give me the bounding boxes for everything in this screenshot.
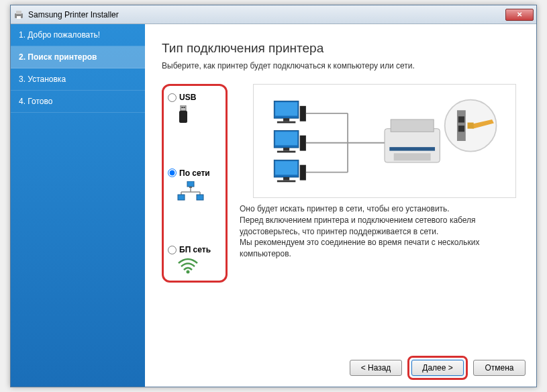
svg-rect-37 xyxy=(391,119,434,132)
radio-wireless[interactable] xyxy=(168,246,177,254)
svg-rect-30 xyxy=(300,165,306,181)
svg-rect-23 xyxy=(283,148,289,151)
network-icon xyxy=(177,181,204,201)
sidebar: 1. Добро пожаловать! 2. Поиск принтеров … xyxy=(11,24,145,387)
label-network: По сети xyxy=(179,168,210,178)
svg-rect-27 xyxy=(275,161,297,175)
svg-rect-29 xyxy=(277,181,295,183)
radio-usb[interactable] xyxy=(168,93,177,102)
wifi-icon xyxy=(177,258,199,274)
usb-icon xyxy=(177,105,189,124)
option-wireless[interactable]: БП сеть xyxy=(168,245,221,274)
svg-rect-38 xyxy=(389,147,435,150)
content: 1. Добро пожаловать! 2. Поиск принтеров … xyxy=(11,24,536,387)
page-subtitle: Выберите, как принтер будет подключаться… xyxy=(162,61,516,70)
connection-options: USB По сети БП сеть xyxy=(162,84,228,283)
svg-rect-22 xyxy=(275,132,297,145)
svg-rect-18 xyxy=(283,118,289,121)
svg-rect-5 xyxy=(182,107,183,108)
page-title: Тип подключения принтера xyxy=(162,41,516,56)
sidebar-step-done: 4. Готово xyxy=(11,91,145,113)
next-highlight: Далее > xyxy=(407,356,468,380)
label-wireless: БП сеть xyxy=(179,245,211,254)
button-bar: < Назад Далее > Отмена xyxy=(350,356,526,380)
svg-rect-7 xyxy=(187,181,194,187)
sidebar-step-search: 2. Поиск принтеров xyxy=(11,46,145,68)
label-usb: USB xyxy=(179,93,196,102)
cancel-button[interactable]: Отмена xyxy=(473,360,526,376)
svg-rect-42 xyxy=(458,116,464,122)
svg-rect-8 xyxy=(189,187,192,188)
svg-rect-6 xyxy=(184,107,185,108)
option-usb[interactable]: USB xyxy=(168,93,221,124)
window-title: Samsung Printer Installer xyxy=(28,10,505,19)
close-button[interactable]: ✕ xyxy=(505,9,534,21)
svg-rect-13 xyxy=(178,195,185,200)
svg-rect-2 xyxy=(17,16,21,19)
option-network[interactable]: По сети xyxy=(168,168,221,201)
radio-network[interactable] xyxy=(168,168,177,177)
svg-rect-20 xyxy=(300,106,306,121)
installer-window: Samsung Printer Installer ✕ 1. Добро пож… xyxy=(10,5,537,387)
svg-rect-43 xyxy=(458,126,464,132)
sidebar-step-welcome: 1. Добро пожаловать! xyxy=(11,24,145,46)
svg-rect-1 xyxy=(16,11,21,14)
back-button[interactable]: < Назад xyxy=(350,360,402,376)
svg-rect-19 xyxy=(277,121,295,124)
sidebar-step-install: 3. Установка xyxy=(11,68,145,91)
svg-rect-17 xyxy=(275,102,297,115)
description-text: Оно будет искать принтер в сети, чтобы е… xyxy=(240,203,516,260)
svg-point-15 xyxy=(187,271,190,274)
svg-rect-14 xyxy=(197,195,203,200)
main-panel: Тип подключения принтера Выберите, как п… xyxy=(145,24,536,387)
connection-illustration xyxy=(253,84,516,198)
next-button[interactable]: Далее > xyxy=(411,360,464,376)
svg-rect-24 xyxy=(277,151,295,153)
app-icon xyxy=(13,9,24,20)
svg-rect-4 xyxy=(179,111,187,123)
svg-rect-28 xyxy=(283,177,289,181)
svg-rect-44 xyxy=(468,123,474,129)
svg-rect-3 xyxy=(181,105,186,111)
titlebar[interactable]: Samsung Printer Installer ✕ xyxy=(11,5,536,24)
svg-rect-25 xyxy=(300,136,306,151)
svg-rect-39 xyxy=(394,153,431,160)
